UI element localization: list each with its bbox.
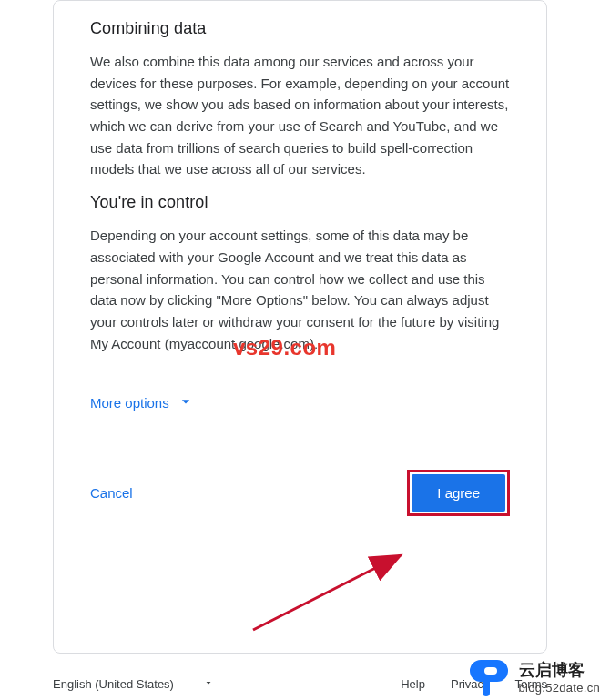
- consent-card: Combining data We also combine this data…: [53, 0, 547, 654]
- combining-data-heading: Combining data: [90, 19, 510, 38]
- youre-in-control-body: Depending on your account settings, some…: [90, 225, 510, 354]
- combining-data-body: We also combine this data among our serv…: [90, 51, 510, 180]
- help-link[interactable]: Help: [401, 677, 425, 691]
- page-footer: English (United States) Help Privacy Ter…: [53, 672, 547, 696]
- agree-button[interactable]: I agree: [412, 474, 505, 512]
- more-options-toggle[interactable]: More options: [90, 392, 510, 413]
- terms-link[interactable]: Terms: [515, 677, 547, 691]
- footer-links: Help Privacy Terms: [401, 677, 547, 691]
- more-options-label: More options: [90, 395, 169, 411]
- chevron-down-icon: [177, 392, 195, 413]
- agree-highlight-box: I agree: [407, 470, 510, 516]
- consent-content: Combining data We also combine this data…: [90, 1, 510, 516]
- cancel-button[interactable]: Cancel: [90, 476, 133, 510]
- action-row: Cancel I agree: [90, 470, 510, 516]
- language-label: English (United States): [53, 677, 174, 691]
- language-select[interactable]: English (United States): [53, 672, 214, 696]
- dropdown-arrow-icon: [203, 677, 214, 691]
- privacy-link[interactable]: Privacy: [451, 677, 490, 691]
- youre-in-control-heading: You're in control: [90, 193, 510, 212]
